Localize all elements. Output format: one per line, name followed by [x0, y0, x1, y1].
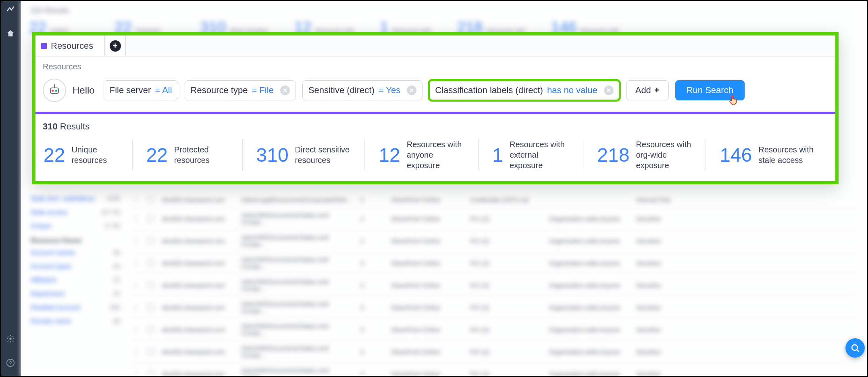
section-label: Resources: [43, 62, 828, 71]
tab-bar: Resources +: [35, 35, 835, 56]
stat-label: Protected resources: [174, 144, 229, 165]
stat-label: Direct sensitive resources: [295, 144, 351, 165]
svg-rect-14: [732, 95, 733, 99]
plus-icon: +: [654, 85, 660, 96]
filter-pill-1[interactable]: Resource type = File: [185, 80, 296, 100]
plus-icon: +: [110, 40, 121, 52]
add-filter-label: Add: [635, 85, 651, 96]
home-icon[interactable]: [4, 27, 17, 40]
stat-number: 146: [720, 144, 752, 166]
filter-field: File server: [110, 85, 151, 96]
svg-point-5: [55, 90, 57, 92]
bot-avatar-icon: [43, 79, 66, 102]
stat-number: 218: [597, 144, 629, 166]
stat-label: Resources with external exposure: [510, 139, 569, 171]
stat-2: 310Direct sensitive resources: [243, 139, 365, 171]
stat-label: Unique resources: [71, 144, 118, 165]
filter-pill-3[interactable]: Classification labels (direct) has no va…: [429, 80, 620, 100]
add-filter-button[interactable]: Add +: [626, 80, 669, 100]
stat-number: 1: [492, 144, 503, 166]
stat-1: 22Protected resources: [133, 139, 243, 171]
stat-3: 12Resources with anyone exposure: [365, 139, 479, 171]
stat-4: 1Resources with external exposure: [479, 139, 583, 171]
tab-label: Resources: [51, 41, 93, 51]
svg-line-16: [857, 350, 859, 352]
stat-number: 310: [256, 144, 289, 166]
stat-0: 22Unique resources: [43, 139, 133, 171]
query-builder-area: Resources Hello File server = AllResourc…: [35, 56, 835, 112]
stat-label: Resources with stale access: [758, 144, 814, 165]
filter-field: Classification labels (direct): [435, 85, 543, 96]
stat-number: 12: [379, 144, 400, 166]
svg-rect-3: [50, 88, 58, 94]
query-row: Hello File server = AllResource type = F…: [43, 79, 828, 102]
remove-filter-icon[interactable]: [604, 85, 614, 95]
svg-point-4: [52, 90, 54, 92]
filter-pill-0[interactable]: File server = All: [104, 80, 178, 100]
logo-icon[interactable]: [4, 3, 17, 15]
bg-results-header: 310 Results: [31, 6, 860, 15]
results-count-suffix: Results: [60, 121, 90, 131]
results-summary: 310 Results 22Unique resources22Protecte…: [35, 114, 835, 181]
stat-label: Resources with anyone exposure: [407, 139, 465, 171]
gear-icon[interactable]: [4, 333, 17, 345]
svg-point-0: [9, 337, 12, 340]
svg-text:?: ?: [9, 360, 12, 366]
help-fab-button[interactable]: [845, 338, 865, 358]
stat-number: 22: [44, 144, 65, 166]
stat-5: 218Resources with org-wide exposure: [583, 139, 706, 171]
run-search-button[interactable]: Run Search: [675, 80, 745, 100]
stat-6: 146Resources with stale access: [706, 139, 828, 171]
cursor-pointer-icon: [729, 94, 739, 106]
stat-label: Resources with org-wide exposure: [636, 139, 692, 171]
results-count: 310 Results: [43, 121, 828, 132]
svg-point-7: [54, 84, 55, 86]
results-count-number: 310: [43, 121, 58, 131]
help-rail-icon[interactable]: ?: [4, 357, 17, 369]
run-search-label: Run Search: [687, 85, 733, 96]
remove-filter-icon[interactable]: [407, 85, 416, 95]
tab-bar-empty: [126, 35, 835, 56]
greeting-text: Hello: [73, 85, 95, 96]
filter-field: Resource type: [191, 85, 248, 96]
stat-number: 22: [146, 144, 168, 166]
filter-field: Sensitive (direct): [308, 85, 375, 96]
tab-color-square: [41, 43, 47, 49]
left-nav-rail: ?: [0, 0, 21, 377]
filter-pill-2[interactable]: Sensitive (direct) = Yes: [302, 80, 423, 100]
highlighted-search-panel: Resources + Resources Hello File server …: [32, 32, 839, 184]
stats-row: 22Unique resources22Protected resources3…: [43, 139, 828, 171]
add-tab-button[interactable]: +: [105, 35, 126, 56]
remove-filter-icon[interactable]: [280, 85, 290, 95]
tab-resources[interactable]: Resources: [35, 35, 105, 56]
